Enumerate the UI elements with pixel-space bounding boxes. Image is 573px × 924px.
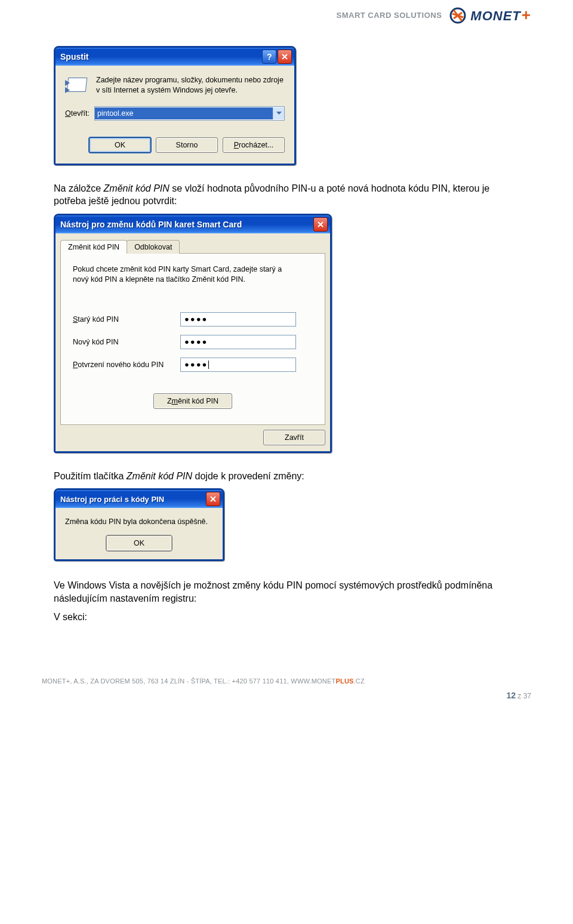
logo-text: MONET+ [470,6,531,24]
old-pin-input[interactable]: ●●●● [180,312,296,327]
para-4: V sekci: [54,611,519,624]
close-button[interactable] [206,492,220,506]
tab-change-pin[interactable]: Změnit kód PIN [60,240,127,254]
close-icon [317,221,324,228]
tab-row: Změnit kód PIN Odblokovat [56,233,330,253]
run-body: Zadejte název programu, složky, dokument… [56,66,294,164]
page-footer: MONET+, A.S., ZA DVOREM 505, 763 14 ZLÍN… [0,677,573,701]
header-tagline: SMART CARD SOLUTIONS [337,11,442,20]
dropdown-button[interactable] [273,107,284,119]
close-icon [210,495,217,503]
run-icon [65,75,88,94]
pin-description: Pokud chcete změnit kód PIN karty Smart … [73,264,288,285]
help-button[interactable]: ? [262,50,276,64]
run-titlebar[interactable]: Spustit ? [56,48,294,66]
monet-logo: MONET+ [449,6,531,24]
change-pin-button[interactable]: Změnit kód PIN [153,393,232,409]
msgbox-body: Změna kódu PIN byla dokončena úspěšně. O… [56,508,223,559]
open-label: Otevřít: [65,109,90,118]
footer-address: MONET+, A.S., ZA DVOREM 505, 763 14 ZLÍN… [42,677,531,685]
close-icon [281,53,288,60]
ok-button[interactable]: OK [89,137,151,153]
page-number: 12 z 37 [506,691,531,700]
globe-icon [449,7,467,24]
open-combobox[interactable]: pintool.exe [94,106,285,121]
tab-panel: Pokud chcete změnit kód PIN karty Smart … [60,253,325,425]
cancel-button[interactable]: Storno [156,137,218,153]
tab-unblock[interactable]: Odblokovat [127,240,180,254]
page-header: SMART CARD SOLUTIONS MONET+ [0,0,573,28]
pin-tool-dialog: Nástroj pro změnu kódů PIN karet Smart C… [54,214,332,453]
run-dialog: Spustit ? Zadejte název programu, složky… [54,46,296,165]
msgbox-title: Nástroj pro práci s kódy PIN [60,495,205,504]
new-pin-label: Nový kód PIN [73,338,174,346]
help-icon: ? [266,53,273,61]
confirm-pin-input[interactable]: ●●●● [180,358,296,372]
page-content: Spustit ? Zadejte název programu, složky… [0,46,573,654]
open-value: pintool.exe [95,107,273,119]
confirm-pin-label: Potvrzení nového kódu PIN [73,361,174,369]
run-title: Spustit [60,52,261,61]
para-2: Použitím tlačítka Změnit kód PIN dojde k… [54,470,519,483]
old-pin-label: Starý kód PIN [73,315,174,324]
close-button[interactable] [278,50,292,64]
msgbox-text: Změna kódu PIN byla dokončena úspěšně. [65,518,213,526]
close-dialog-button[interactable]: Zavřít [263,430,325,445]
ok-button[interactable]: OK [106,535,172,551]
msgbox-titlebar[interactable]: Nástroj pro práci s kódy PIN [56,490,223,508]
para-3: Ve Windows Vista a novějších je možnost … [54,579,519,605]
close-button[interactable] [313,217,328,232]
run-description: Zadejte název programu, složky, dokument… [96,75,285,96]
pin-tool-title: Nástroj pro změnu kódů PIN karet Smart C… [60,220,312,229]
success-msgbox: Nástroj pro práci s kódy PIN Změna kódu … [54,488,224,561]
pin-tool-body: Změnit kód PIN Odblokovat Pokud chcete z… [56,233,330,451]
para-1: Na záložce Změnit kód PIN se vloží hodno… [54,182,519,208]
pin-tool-titlebar[interactable]: Nástroj pro změnu kódů PIN karet Smart C… [56,215,330,233]
chevron-down-icon [276,112,282,115]
new-pin-input[interactable]: ●●●● [180,335,296,349]
svg-line-3 [454,13,462,19]
svg-text:?: ? [267,53,272,61]
browse-button[interactable]: Procházet... [223,137,285,153]
logo-plus: + [522,6,531,24]
